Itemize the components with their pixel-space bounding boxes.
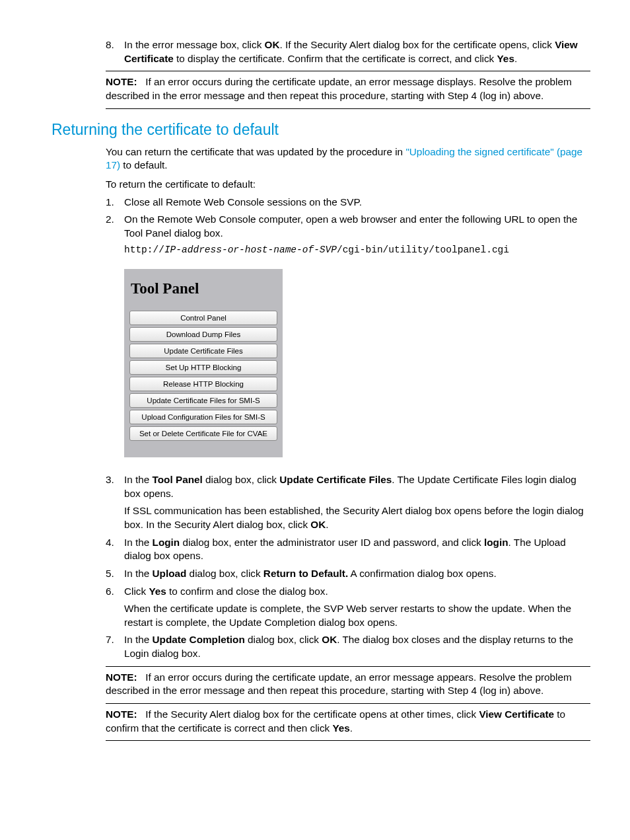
section-heading: Returning the certificate to default [52, 120, 590, 140]
tool-panel-button-update-cert[interactable]: Update Certificate Files [129, 344, 277, 358]
tool-panel-button-control-panel[interactable]: Control Panel [129, 311, 277, 325]
prior-step-list: 8. In the error message box, click OK. I… [106, 38, 590, 65]
tool-panel-bold: Tool Panel [153, 474, 203, 485]
note-body: If an error occurs during the certificat… [106, 671, 572, 697]
step-number: 5. [106, 567, 124, 581]
tool-panel-screenshot: Tool Panel Control Panel Download Dump F… [124, 269, 590, 457]
note-3: NOTE: If the Security Alert dialog box f… [106, 708, 590, 735]
step-body: In the Update Completion dialog box, cli… [124, 633, 590, 660]
step-5: 5. In the Upload dialog box, click Retur… [106, 567, 590, 581]
yes-bold: Yes [332, 722, 349, 734]
step-6: 6. Click Yes to confirm and close the di… [106, 585, 590, 630]
upload-bold: Upload [153, 568, 187, 579]
yes-bold: Yes [149, 586, 166, 597]
procedure-list: 1. Close all Remote Web Console sessions… [106, 196, 590, 661]
tool-panel-button-upload-config-smis[interactable]: Upload Configuration Files for SMI-S [129, 410, 277, 424]
login-button-bold: login [484, 537, 508, 548]
step-2: 2. On the Remote Web Console computer, o… [106, 213, 590, 469]
login-bold: Login [153, 537, 180, 548]
step-number: 1. [106, 196, 124, 210]
step-body: On the Remote Web Console computer, open… [124, 213, 590, 469]
step-body: Click Yes to confirm and close the dialo… [124, 585, 590, 630]
tool-panel-button-update-cert-smis[interactable]: Update Certificate Files for SMI-S [129, 393, 277, 408]
step-number: 8. [106, 38, 124, 65]
note2-rule-top [106, 666, 590, 667]
intro-paragraph: You can return the certificate that was … [106, 145, 590, 172]
step-1: 1. Close all Remote Web Console sessions… [106, 196, 590, 210]
step-3: 3. In the Tool Panel dialog box, click U… [106, 473, 590, 532]
url-code: http://IP-address-or-host-name-of-SVP/cg… [124, 244, 590, 257]
step-number: 7. [106, 633, 124, 660]
code-italic: IP-address-or-host-name-of-SVP [164, 245, 337, 255]
step-6-sub: When the certificate update is complete,… [124, 602, 590, 629]
step-number: 3. [106, 473, 124, 532]
step-number: 6. [106, 585, 124, 630]
note-label: NOTE: [106, 708, 137, 720]
note-body: If an error occurs during the certificat… [106, 76, 572, 101]
step-body: In the Login dialog box, enter the admin… [124, 536, 590, 563]
step-number: 4. [106, 536, 124, 563]
note-rule-bottom [106, 108, 590, 109]
step-body: In the error message box, click OK. If t… [124, 38, 590, 65]
note2-rule-bottom [106, 703, 590, 704]
note3-rule-bottom [106, 740, 590, 741]
tool-panel-button-setup-http-block[interactable]: Set Up HTTP Blocking [129, 360, 277, 375]
tool-panel-button-cert-cvae[interactable]: Set or Delete Certificate File for CVAE [129, 426, 277, 441]
tool-panel-dialog: Tool Panel Control Panel Download Dump F… [124, 269, 283, 457]
return-default-bold: Return to Default. [263, 568, 348, 579]
ok-bold: OK [322, 634, 337, 645]
ok-bold: OK [310, 519, 326, 530]
step-number: 2. [106, 213, 124, 469]
tool-panel-button-download-dump[interactable]: Download Dump Files [129, 327, 277, 342]
tool-panel-button-release-http-block[interactable]: Release HTTP Blocking [129, 377, 277, 391]
intro-line-2: To return the certificate to default: [106, 178, 590, 192]
note-rule-top [106, 71, 590, 71]
note-1: NOTE: If an error occurs during the cert… [106, 75, 590, 102]
view-certificate-bold: View Certificate [479, 708, 554, 720]
step-body: In the Upload dialog box, click Return t… [124, 567, 590, 581]
tool-panel-title: Tool Panel [131, 278, 277, 299]
step-4: 4. In the Login dialog box, enter the ad… [106, 536, 590, 563]
note-2: NOTE: If an error occurs during the cert… [106, 671, 590, 698]
note-label: NOTE: [106, 76, 137, 87]
step-body: In the Tool Panel dialog box, click Upda… [124, 473, 590, 532]
ok-bold: OK [265, 39, 280, 50]
update-completion-bold: Update Completion [153, 634, 245, 645]
step-3-sub: If SSL communication has been establishe… [124, 504, 590, 531]
step-7: 7. In the Update Completion dialog box, … [106, 633, 590, 660]
update-cert-files-bold: Update Certificate Files [279, 474, 392, 485]
step-8: 8. In the error message box, click OK. I… [106, 38, 590, 65]
yes-bold: Yes [497, 53, 514, 64]
note-label: NOTE: [106, 671, 137, 683]
step-body: Close all Remote Web Console sessions on… [124, 196, 590, 210]
